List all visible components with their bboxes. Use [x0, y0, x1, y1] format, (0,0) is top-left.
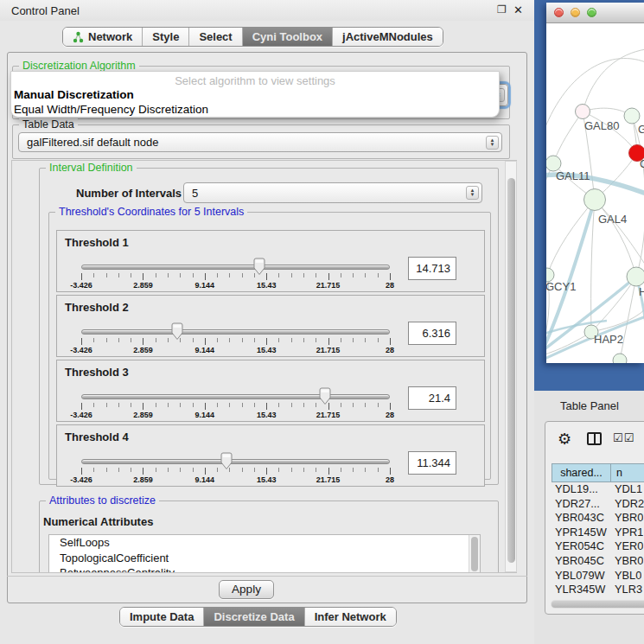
list-scrollbar[interactable] [469, 535, 480, 573]
table-data-group: Table Data galFiltered.sif default node … [12, 124, 510, 159]
node-bottom-cut[interactable] [613, 354, 627, 363]
table-rows: YDL19...YDL1 YDR27...YDR2 YBR043CYBR0 YP… [552, 482, 644, 611]
apply-button[interactable]: Apply [219, 580, 274, 599]
threshold-slider-track[interactable] [81, 329, 390, 335]
list-item[interactable]: BetweennessCentrality [49, 565, 480, 573]
tab-select[interactable]: Select [189, 28, 242, 46]
table-horizontal-scrollbar[interactable] [551, 600, 644, 609]
tab-discretize-data[interactable]: Discretize Data [204, 608, 304, 626]
slider-tick-labels: -3.4262.8599.14415.4321.71528 [81, 346, 390, 355]
gear-icon[interactable]: ⚙ [558, 430, 571, 449]
main-scrollbar[interactable] [505, 161, 517, 572]
group-title: Table Data [19, 118, 78, 131]
list-item[interactable]: SelfLoops [49, 535, 480, 551]
threshold-2-panel: Threshold 2 -3.4262.8599.14415.4321.7152… [56, 295, 485, 357]
threshold-value-field[interactable]: 14.713 [408, 257, 456, 280]
number-of-intervals-combobox[interactable]: 5 ▲▼ [183, 182, 482, 203]
scrollbar-thumb[interactable] [552, 601, 644, 608]
table-row[interactable]: YDL19...YDL1 [552, 482, 644, 497]
settings-scrollpane: Interval Definition Number of Intervals … [11, 160, 517, 573]
close-window-icon[interactable] [554, 8, 564, 17]
dropdown-option-equal-width[interactable]: Equal Width/Frequency Discretization [11, 102, 499, 117]
column-header-name[interactable]: n [611, 464, 644, 481]
table-row[interactable]: YBR043CYBR0 [552, 511, 644, 526]
tab-cyni-toolbox[interactable]: Cyni Toolbox [243, 28, 333, 46]
threshold-slider-handle[interactable] [170, 322, 184, 341]
table-panel-title: Table Panel [560, 399, 619, 412]
node-h[interactable] [627, 267, 644, 286]
table-panel-body: ⚙ ☑☑ shared... n YDL19...YDL1 YDR27...YD… [545, 421, 644, 615]
threshold-value-field[interactable]: 11.344 [408, 451, 456, 475]
threshold-value-field[interactable]: 21.4 [408, 386, 456, 410]
node-gal80[interactable] [576, 105, 590, 119]
numerical-attributes-list: SelfLoops TopologicalCoefficient Between… [48, 534, 481, 573]
threshold-slider-handle[interactable] [318, 387, 332, 405]
table-data-combobox[interactable]: galFiltered.sif default node ▲▼ [18, 132, 502, 152]
threshold-4-panel: Threshold 4 -3.4262.8599.14415.4321.7152… [56, 424, 485, 487]
control-panel: Control Panel ❐ ✕ Network Style Select C… [0, 0, 534, 644]
group-title: Attributes to discretize [46, 494, 159, 507]
group-title: Interval Definition [46, 162, 137, 174]
numerical-attributes-label: Numerical Attributes [43, 515, 153, 528]
group-title: Discretization Algorithm [19, 60, 139, 72]
threshold-slider-handle[interactable] [252, 258, 266, 276]
threshold-label: Threshold 3 [65, 366, 129, 379]
zoom-window-icon[interactable] [587, 8, 596, 17]
attributes-group: Attributes to discretize Numerical Attri… [39, 501, 499, 573]
node-label: C [640, 157, 644, 170]
table-row[interactable]: YER054CYER0 [552, 539, 644, 554]
tab-infer-network[interactable]: Infer Network [305, 608, 396, 626]
network-canvas[interactable]: GAL80 GA C GAL11 GAL4 GCY1 H HAP2 [546, 23, 644, 363]
top-tabbar: Network Style Select Cyni Toolbox jActiv… [62, 27, 443, 47]
table-header-row: shared... n [552, 463, 644, 482]
threshold-slider-handle[interactable] [220, 452, 233, 470]
table-row[interactable]: YPR145WYPR1 [552, 526, 644, 540]
bottom-tabbar: Impute Data Discretize Data Infer Networ… [119, 607, 397, 627]
panel-title: Control Panel [11, 4, 80, 17]
number-of-intervals-label: Number of Intervals [76, 187, 182, 200]
table-row[interactable]: YLR345WYLR3 [552, 583, 644, 597]
float-panel-icon[interactable]: ❐ [497, 3, 507, 16]
columns-icon[interactable] [587, 432, 602, 445]
threshold-3-panel: Threshold 3 -3.4262.8599.14415.4321.7152… [56, 360, 485, 422]
dropdown-option-manual[interactable]: Manual Discretization [11, 87, 499, 102]
close-panel-icon[interactable]: ✕ [513, 3, 523, 16]
dropdown-placeholder-item[interactable]: Select algorithm to view settings [11, 72, 499, 87]
threshold-slider-track[interactable] [81, 459, 390, 464]
threshold-slider-track[interactable] [81, 394, 390, 399]
table-row[interactable]: YDR27...YDR2 [552, 497, 644, 512]
tab-style[interactable]: Style [143, 28, 189, 46]
node-label: GCY1 [546, 280, 576, 293]
node-label: GA [638, 123, 644, 136]
threshold-slider-track[interactable] [81, 265, 390, 270]
interval-definition-group: Interval Definition Number of Intervals … [39, 168, 499, 485]
algorithm-dropdown-popup: Select algorithm to view settings Manual… [10, 71, 500, 118]
network-window-titlebar[interactable] [546, 3, 644, 23]
thresholds-group: Threshold's Coordinates for 5 Intervals … [48, 212, 491, 480]
network-icon [73, 31, 84, 43]
tab-jactivemnodules[interactable]: jActiveMNodules [333, 28, 443, 46]
slider-tick-labels: -3.4262.8599.14415.4321.71528 [81, 475, 390, 485]
node-label: GAL11 [556, 169, 590, 182]
threshold-label: Threshold 2 [65, 301, 129, 314]
node-label: H [639, 285, 644, 298]
table-row[interactable]: YBR045CYBR0 [552, 554, 644, 569]
combobox-stepper-icon[interactable]: ▲▼ [466, 186, 479, 200]
tab-impute-data[interactable]: Impute Data [120, 608, 204, 626]
footer-separator [7, 576, 527, 577]
select-checkboxes-icon[interactable]: ☑☑ [613, 431, 634, 444]
network-view-window[interactable]: GAL80 GA C GAL11 GAL4 GCY1 H HAP2 [546, 3, 644, 363]
list-item[interactable]: TopologicalCoefficient [49, 551, 480, 566]
slider-tick-labels: -3.4262.8599.14415.4321.71528 [81, 411, 390, 420]
table-row[interactable]: YBL079WYBL0 [552, 569, 644, 583]
column-header-shared-name[interactable]: shared... [552, 464, 611, 481]
node-gal4[interactable] [584, 189, 606, 211]
threshold-label: Threshold 1 [65, 236, 129, 249]
group-title: Threshold's Coordinates for 5 Intervals [55, 206, 247, 218]
threshold-value-field[interactable]: 6.316 [408, 322, 456, 345]
combobox-stepper-icon[interactable]: ▲▼ [486, 136, 499, 150]
minimize-window-icon[interactable] [571, 8, 580, 17]
node-top-right[interactable] [624, 108, 640, 124]
tab-network[interactable]: Network [63, 28, 143, 46]
scrollbar-thumb[interactable] [507, 178, 515, 563]
